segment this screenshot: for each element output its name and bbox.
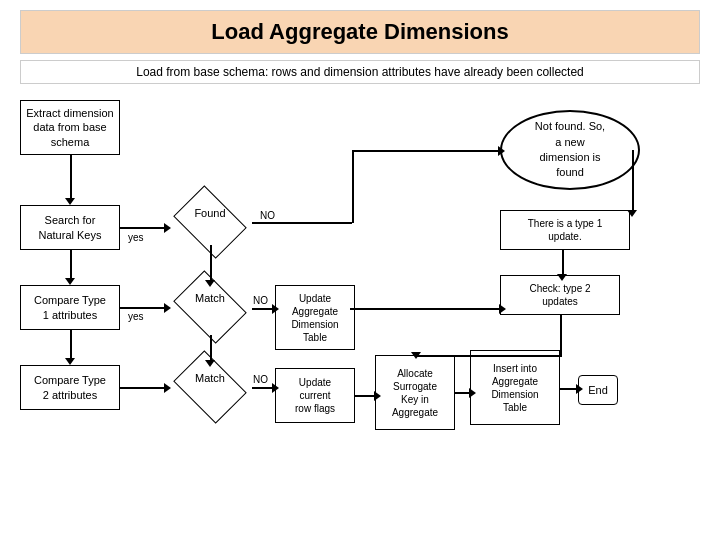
yes2-label: yes — [128, 311, 144, 322]
title-box: Load Aggregate Dimensions — [20, 10, 700, 54]
type2-box: Check: type 2 updates — [500, 275, 620, 315]
end-box: End — [578, 375, 618, 405]
extract-box: Extract dimension data from base schema — [20, 100, 120, 155]
not-found-label: Not found. So, a new dimension is found — [535, 119, 605, 181]
insert-box: Insert into Aggregate Dimension Table — [470, 350, 560, 425]
no1-label: NO — [260, 210, 275, 221]
update-aggregate-box: Update Aggregate Dimension Table — [275, 285, 355, 350]
type1-box: There is a type 1 update. — [500, 210, 630, 250]
search-label: Search for Natural Keys — [39, 213, 102, 242]
flow-area: Extract dimension data from base schema … — [10, 90, 710, 490]
page: Load Aggregate Dimensions Load from base… — [0, 10, 720, 540]
not-found-oval: Not found. So, a new dimension is found — [500, 110, 640, 190]
search-box: Search for Natural Keys — [20, 205, 120, 250]
compare1-box: Compare Type 1 attributes — [20, 285, 120, 330]
extract-label: Extract dimension data from base schema — [26, 106, 113, 149]
match2-diamond: Match — [165, 360, 255, 415]
match2-label: Match — [165, 372, 255, 384]
match1-label: Match — [165, 292, 255, 304]
found-diamond: Found — [165, 195, 255, 250]
allocate-label: Allocate Surrogate Key in Aggregate — [392, 367, 438, 419]
type1-label: There is a type 1 update. — [528, 217, 602, 243]
no3-label: NO — [253, 374, 268, 385]
allocate-box: Allocate Surrogate Key in Aggregate — [375, 355, 455, 430]
update-current-label: Update current row flags — [295, 376, 335, 415]
no2-label: NO — [253, 295, 268, 306]
match1-diamond: Match — [165, 280, 255, 335]
update-current-box: Update current row flags — [275, 368, 355, 423]
page-title: Load Aggregate Dimensions — [21, 19, 699, 45]
insert-label: Insert into Aggregate Dimension Table — [491, 362, 538, 414]
subtitle: Load from base schema: rows and dimensio… — [20, 60, 700, 84]
end-label: End — [588, 383, 608, 397]
yes1-label: yes — [128, 232, 144, 243]
compare1-label: Compare Type 1 attributes — [34, 293, 106, 322]
update-aggregate-label: Update Aggregate Dimension Table — [291, 292, 338, 344]
type2-label: Check: type 2 updates — [529, 282, 590, 308]
compare2-label: Compare Type 2 attributes — [34, 373, 106, 402]
compare2-box: Compare Type 2 attributes — [20, 365, 120, 410]
